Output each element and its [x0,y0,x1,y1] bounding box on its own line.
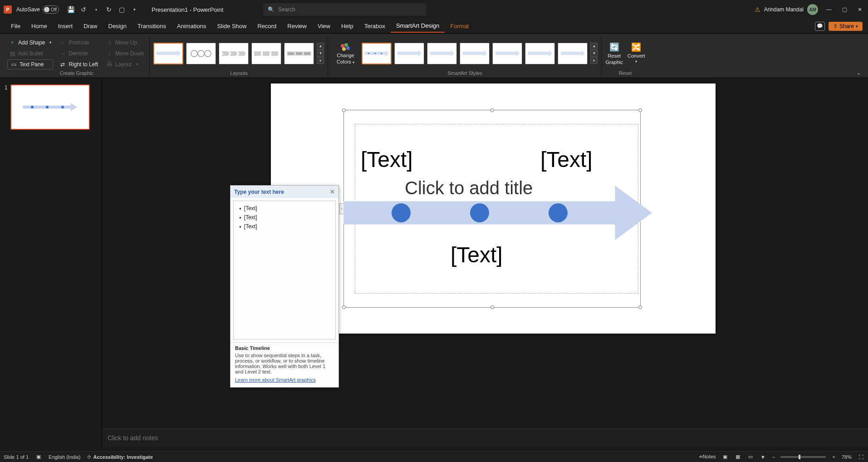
tab-slide-show[interactable]: Slide Show [211,20,252,32]
style-option-4[interactable] [460,43,490,64]
add-bullet-button[interactable]: ▤Add Bullet [7,49,53,59]
account-button[interactable]: ⚠ Arindam Mandal AM [755,4,818,15]
slide-thumbnail-1[interactable] [10,84,90,130]
resize-handle[interactable] [342,108,346,112]
learn-more-link[interactable]: Learn more about SmartArt graphics [235,377,316,383]
tab-animations[interactable]: Animations [172,20,211,32]
promote-button[interactable]: ←Promote [58,38,100,48]
layouts-more[interactable]: ▾ [317,57,324,64]
text-pane-item[interactable]: ●[Text] [235,222,333,231]
resize-handle[interactable] [342,305,346,309]
undo-dropdown-icon[interactable]: ▾ [93,6,100,13]
tab-terabox[interactable]: Terabox [359,20,391,32]
smartart-label-1[interactable]: [Text] [361,147,413,172]
zoom-out-button[interactable]: − [772,454,775,460]
collapse-ribbon-button[interactable]: ⌄ [853,68,864,78]
layout-option-5[interactable] [284,43,314,64]
layout-option-2[interactable] [186,43,216,64]
tab-file[interactable]: File [5,20,26,32]
text-pane-title: Type your text here [234,189,284,195]
style-option-5[interactable] [492,43,522,64]
sorter-view-icon[interactable]: ▦ [734,454,741,460]
layout-option-3[interactable] [219,43,249,64]
style-option-2[interactable] [394,43,424,64]
autosave-toggle[interactable]: AutoSave Off [16,5,59,14]
right-to-left-button[interactable]: ⇄Right to Left [58,59,100,69]
reading-view-icon[interactable]: ▭ [747,454,754,460]
search-input[interactable]: 🔍 Search [263,3,427,16]
tab-format[interactable]: Format [445,20,474,32]
zoom-slider[interactable] [780,456,826,458]
smartart-label-2[interactable]: [Text] [540,147,593,172]
move-up-button[interactable]: ↑Move Up [104,38,146,48]
layouts-scroll-down[interactable]: ▼ [317,50,324,57]
style-option-3[interactable] [427,43,457,64]
text-pane-item[interactable]: ●[Text] [235,213,333,222]
layout-button[interactable]: 品Layout▾ [104,59,146,69]
text-pane-button[interactable]: ▭Text Pane [7,59,53,69]
minimize-button[interactable]: ― [824,5,834,14]
resize-handle[interactable] [490,305,494,309]
save-icon[interactable]: 💾 [67,6,74,13]
zoom-level[interactable]: 78% [842,454,852,460]
close-icon[interactable]: ✕ [330,188,335,195]
spellcheck-icon[interactable]: ▣ [35,454,42,460]
smartart-text-pane[interactable]: Type your text here ✕ ●[Text] ●[Text] ●[… [230,185,339,388]
text-pane-item[interactable]: ●[Text] [235,204,333,213]
slide-canvas[interactable]: Click to add title [Text] [Text] [Text] … [102,78,868,447]
resize-handle[interactable] [638,305,642,309]
layout-option-4[interactable] [251,43,281,64]
redo-icon[interactable]: ↻ [105,6,113,13]
change-colors-button[interactable]: Change Colors ▾ [332,42,359,65]
smartart-node-3[interactable] [549,203,568,222]
styles-scroll-down[interactable]: ▼ [590,50,598,57]
layout-option-1[interactable] [153,43,183,64]
tab-transitions[interactable]: Transitions [132,20,172,32]
accessibility-indicator[interactable]: ⯑ Accessibility: Investigate [87,454,153,460]
tab-record[interactable]: Record [252,20,282,32]
layouts-scroll-up[interactable]: ▲ [317,43,324,49]
slide-indicator[interactable]: Slide 1 of 1 [4,454,29,460]
zoom-in-button[interactable]: ＋ [831,453,836,460]
styles-scroll-up[interactable]: ▲ [590,43,598,49]
tab-design[interactable]: Design [103,20,132,32]
share-button[interactable]: ⇪Share▾ [829,22,863,31]
normal-view-icon[interactable]: ▣ [721,454,729,460]
language-indicator[interactable]: English (India) [49,454,80,460]
notes-pane[interactable]: Click to add notes [102,428,868,447]
reset-graphic-button[interactable]: 🔄 Reset Graphic [605,42,623,65]
tab-home[interactable]: Home [26,20,53,32]
present-from-start-icon[interactable]: ▢ [118,6,125,13]
styles-more[interactable]: ▾ [590,57,598,64]
style-option-1[interactable] [362,43,392,64]
comments-button[interactable]: 💬 [815,22,825,31]
convert-button[interactable]: 🔀 Convert ▾ [628,42,645,65]
slideshow-view-icon[interactable]: ▼ [760,454,767,460]
undo-icon[interactable]: ↺ [80,6,87,13]
tab-help[interactable]: Help [336,20,359,32]
smartart-node-2[interactable] [470,203,489,222]
maximize-button[interactable]: ▢ [840,5,849,14]
fit-to-window-icon[interactable]: ⛶ [857,454,864,460]
smartart-node-1[interactable] [392,203,411,222]
resize-handle[interactable] [490,108,494,112]
move-down-button[interactable]: ↓Move Down [104,49,146,59]
text-pane-body[interactable]: ●[Text] ●[Text] ●[Text] [233,201,336,339]
svg-point-1 [198,50,204,57]
text-pane-toggle-tab[interactable]: › [339,203,344,214]
tab-review[interactable]: Review [282,20,312,32]
notes-toggle[interactable]: ≐Notes [699,454,716,460]
style-option-6[interactable] [525,43,555,64]
demote-button[interactable]: →Demote [58,49,100,59]
smartart-label-3[interactable]: [Text] [451,242,503,267]
tab-view[interactable]: View [312,20,336,32]
slide-thumbnail-panel[interactable]: 1 [0,78,102,447]
tab-insert[interactable]: Insert [53,20,78,32]
close-button[interactable]: ✕ [855,5,864,14]
style-option-7[interactable] [558,43,588,64]
qat-more-icon[interactable]: ▾ [131,6,138,13]
resize-handle[interactable] [638,108,642,112]
add-shape-button[interactable]: ＋Add Shape▾ [7,38,53,48]
tab-smartart-design[interactable]: SmartArt Design [391,20,445,33]
tab-draw[interactable]: Draw [78,20,103,32]
